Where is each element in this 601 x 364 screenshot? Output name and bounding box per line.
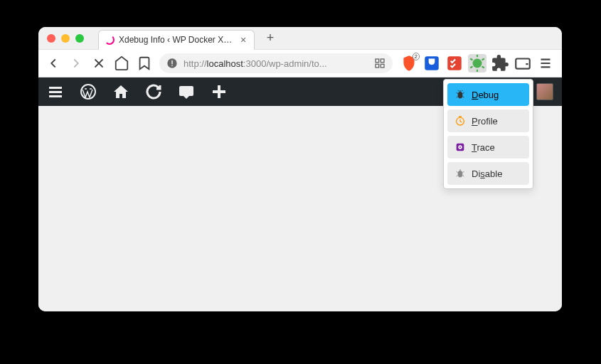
svg-rect-4 (171, 65, 172, 66)
close-window-button[interactable] (47, 34, 55, 43)
extensions-row: 2 (400, 54, 555, 73)
svg-rect-17 (49, 91, 62, 93)
svg-point-22 (458, 92, 463, 98)
xdebug-profile-label: Profile (472, 116, 498, 127)
clock-icon (454, 115, 466, 127)
xdebug-trace-option[interactable]: Trace (447, 136, 529, 159)
wordpress-logo-icon[interactable] (80, 83, 97, 100)
updates-icon[interactable] (145, 83, 162, 100)
back-button[interactable] (46, 55, 61, 71)
svg-point-11 (473, 59, 482, 68)
xdebug-disable-option[interactable]: Disable (447, 162, 529, 185)
comments-icon[interactable] (178, 83, 195, 100)
bug-disabled-icon (454, 168, 466, 179)
svg-rect-8 (381, 64, 384, 68)
bug-icon (454, 89, 466, 100)
svg-rect-5 (376, 59, 379, 63)
user-avatar[interactable] (536, 83, 553, 100)
new-tab-button[interactable]: + (262, 30, 279, 47)
wallet-button[interactable] (514, 54, 532, 73)
minimize-window-button[interactable] (61, 34, 70, 43)
app-menu-button[interactable] (536, 54, 555, 73)
bitwarden-extension-button[interactable] (422, 54, 441, 73)
xdebug-profile-option[interactable]: Profile (447, 109, 529, 132)
svg-rect-7 (376, 64, 379, 68)
address-bar[interactable]: http://localhost:3000/wp-admin/to... (159, 53, 393, 73)
svg-point-27 (458, 171, 463, 177)
svg-rect-10 (447, 56, 462, 70)
loading-spinner-icon (105, 35, 115, 45)
svg-rect-6 (381, 59, 384, 63)
svg-rect-21 (213, 90, 225, 93)
svg-point-26 (459, 146, 461, 148)
traffic-lights (47, 34, 84, 43)
browser-window: Xdebug Info ‹ WP Docker Xdebu × + http:/… (38, 27, 562, 311)
menu-toggle-icon[interactable] (47, 83, 64, 100)
brave-shields-button[interactable]: 2 (400, 54, 418, 73)
xdebug-debug-option[interactable]: Debug (447, 83, 529, 106)
xdebug-extension-button[interactable] (468, 54, 486, 73)
svg-rect-3 (171, 60, 172, 64)
qr-icon[interactable] (374, 58, 385, 69)
forward-button[interactable] (68, 55, 84, 71)
titlebar: Xdebug Info ‹ WP Docker Xdebu × + (38, 27, 562, 50)
bookmark-button[interactable] (137, 55, 152, 71)
site-home-icon[interactable] (112, 83, 129, 100)
trace-icon (454, 141, 466, 153)
browser-tab[interactable]: Xdebug Info ‹ WP Docker Xdebu × (98, 30, 255, 50)
stop-button[interactable] (91, 55, 107, 71)
xdebug-popup: Debug Profile Trace Disable (443, 79, 533, 189)
xdebug-disable-label: Disable (472, 168, 502, 179)
xdebug-trace-label: Trace (472, 142, 495, 153)
todoist-extension-button[interactable] (445, 54, 464, 73)
extensions-menu-button[interactable] (491, 54, 509, 73)
insecure-icon (166, 58, 178, 69)
tab-title: Xdebug Info ‹ WP Docker Xdebu (119, 35, 234, 45)
xdebug-debug-label: Debug (472, 90, 499, 100)
maximize-window-button[interactable] (75, 34, 84, 43)
close-tab-button[interactable]: × (238, 35, 248, 45)
svg-rect-18 (49, 95, 62, 97)
shields-badge: 2 (413, 53, 420, 60)
new-content-icon[interactable] (211, 83, 228, 100)
svg-rect-16 (49, 87, 62, 89)
url-text: http://localhost:3000/wp-admin/to... (184, 58, 368, 69)
browser-toolbar: http://localhost:3000/wp-admin/to... 2 (38, 50, 562, 77)
home-button[interactable] (114, 55, 129, 71)
